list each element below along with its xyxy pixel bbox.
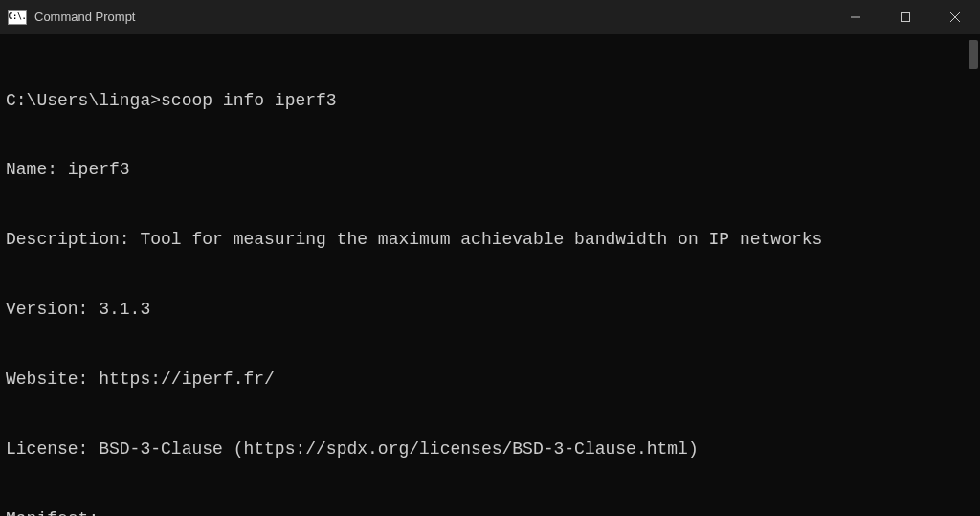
scrollbar-thumb[interactable] (969, 40, 978, 69)
terminal-content: C:\Users\linga>scoop info iperf3 Name: i… (6, 42, 970, 516)
maximize-icon (900, 11, 911, 23)
window-title: Command Prompt (34, 10, 135, 24)
command-text: scoop info iperf3 (161, 89, 337, 112)
maximize-button[interactable] (880, 0, 930, 34)
output-website: Website: https://iperf.fr/ (6, 368, 970, 391)
output-manifest-label: Manifest: (6, 507, 970, 516)
close-icon (949, 11, 961, 23)
svg-rect-1 (902, 12, 910, 21)
terminal-viewport[interactable]: C:\Users\linga>scoop info iperf3 Name: i… (0, 34, 980, 516)
prompt-line-1: C:\Users\linga>scoop info iperf3 (6, 89, 970, 112)
minimize-button[interactable] (831, 0, 880, 34)
close-button[interactable] (930, 0, 980, 34)
minimize-icon (850, 11, 861, 23)
output-version: Version: 3.1.3 (6, 298, 970, 321)
output-description: Description: Tool for measuring the maxi… (6, 228, 970, 251)
scrollbar[interactable] (969, 40, 978, 69)
window-controls (831, 0, 980, 34)
app-icon: C:\. (8, 10, 27, 25)
output-license: License: BSD-3-Clause (https://spdx.org/… (6, 437, 970, 460)
output-name: Name: iperf3 (6, 158, 970, 181)
prompt-path: C:\Users\linga> (6, 89, 161, 112)
window-titlebar[interactable]: C:\. Command Prompt (0, 0, 980, 34)
